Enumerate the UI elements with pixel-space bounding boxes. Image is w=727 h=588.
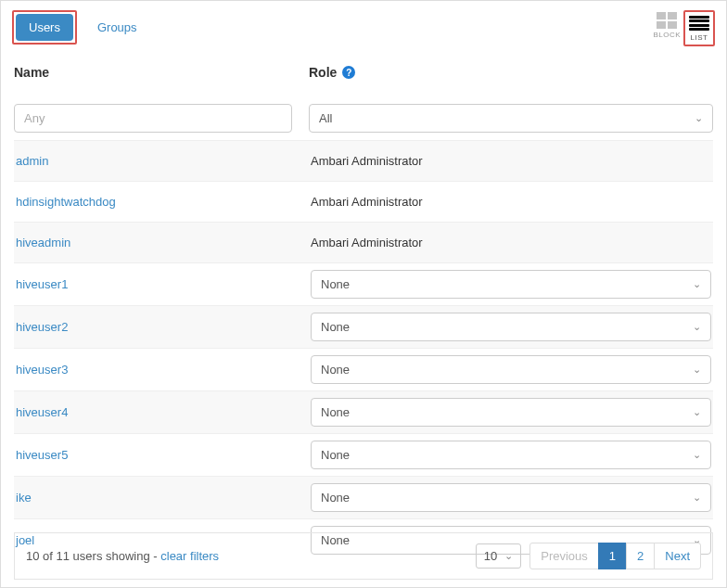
help-icon[interactable]: ? xyxy=(342,66,355,79)
chevron-down-icon: ⌄ xyxy=(693,492,701,504)
role-select[interactable]: None⌄ xyxy=(311,355,711,384)
chevron-down-icon: ⌄ xyxy=(693,321,701,333)
role-select[interactable]: None⌄ xyxy=(311,441,711,469)
role-select[interactable]: None⌄ xyxy=(311,313,711,341)
pager-page-1[interactable]: 1 xyxy=(598,543,627,569)
role-select-value: None xyxy=(321,363,350,377)
chevron-down-icon: ⌄ xyxy=(693,278,701,290)
role-select[interactable]: None⌄ xyxy=(311,270,711,299)
user-link[interactable]: hiveuser3 xyxy=(16,363,294,377)
role-filter-value: All xyxy=(319,111,332,125)
role-text: Ambari Administrator xyxy=(311,195,711,209)
role-select-value: None xyxy=(321,405,350,419)
column-header-name: Name xyxy=(14,65,292,87)
tab-groups[interactable]: Groups xyxy=(84,14,150,41)
table-row: hiveadminAmbari Administrator xyxy=(14,222,713,262)
view-list-label: LIST xyxy=(691,33,708,42)
user-link[interactable]: hdinsightwatchdog xyxy=(16,195,294,209)
role-text: Ambari Administrator xyxy=(311,154,711,168)
tab-users-highlight: Users xyxy=(12,10,77,45)
column-header-role: Role ? xyxy=(309,65,713,87)
footer-status-text: 10 of 11 users showing - xyxy=(26,549,160,563)
role-filter-select[interactable]: All ⌄ xyxy=(309,104,713,133)
role-select-value: None xyxy=(321,491,350,505)
column-header-role-text: Role xyxy=(309,65,337,80)
table-row: ikeNone⌄ xyxy=(14,476,713,518)
role-text: Ambari Administrator xyxy=(311,236,711,249)
view-list-highlight: LIST xyxy=(683,10,715,46)
list-icon xyxy=(689,15,709,32)
user-link[interactable]: hiveuser1 xyxy=(16,277,294,291)
user-link[interactable]: hiveuser5 xyxy=(16,448,294,462)
pagination: Previous 1 2 Next xyxy=(530,543,701,569)
table-row: hiveuser1None⌄ xyxy=(14,262,713,305)
footer-status: 10 of 11 users showing - clear filters xyxy=(26,549,219,563)
user-link[interactable]: hiveadmin xyxy=(16,236,294,249)
table-row: hiveuser3None⌄ xyxy=(14,348,713,390)
user-link[interactable]: admin xyxy=(16,154,294,168)
role-select[interactable]: None⌄ xyxy=(311,483,711,512)
table-row: hdinsightwatchdogAmbari Administrator xyxy=(14,181,713,222)
tab-users[interactable]: Users xyxy=(16,14,73,41)
chevron-down-icon: ⌄ xyxy=(693,406,701,418)
chevron-down-icon: ⌄ xyxy=(693,364,701,376)
role-select-value: None xyxy=(321,277,350,291)
chevron-down-icon: ⌄ xyxy=(695,112,703,124)
view-block-button[interactable]: BLOCK xyxy=(650,10,683,41)
role-select-value: None xyxy=(321,320,350,334)
pager-previous[interactable]: Previous xyxy=(529,543,599,569)
chevron-down-icon: ⌄ xyxy=(693,449,701,461)
view-list-button[interactable]: LIST xyxy=(686,13,712,44)
role-select[interactable]: None⌄ xyxy=(311,398,711,427)
page-size-value: 10 xyxy=(484,549,497,563)
chevron-down-icon: ⌄ xyxy=(504,550,513,562)
user-link[interactable]: hiveuser4 xyxy=(16,405,294,419)
table-row: hiveuser2None⌄ xyxy=(14,305,713,348)
table-row: adminAmbari Administrator xyxy=(14,140,713,181)
table-row: hiveuser5None⌄ xyxy=(14,433,713,476)
user-link[interactable]: hiveuser2 xyxy=(16,320,294,334)
grid-icon xyxy=(657,12,677,29)
name-filter-input[interactable] xyxy=(14,104,292,133)
clear-filters-link[interactable]: clear filters xyxy=(160,549,219,563)
user-link[interactable]: ike xyxy=(16,491,294,505)
page-size-select[interactable]: 10 ⌄ xyxy=(476,543,521,569)
role-select-value: None xyxy=(321,448,350,462)
view-block-label: BLOCK xyxy=(653,31,681,39)
pager-page-2[interactable]: 2 xyxy=(626,543,655,569)
pager-next[interactable]: Next xyxy=(654,543,701,569)
table-row: hiveuser4None⌄ xyxy=(14,390,713,433)
